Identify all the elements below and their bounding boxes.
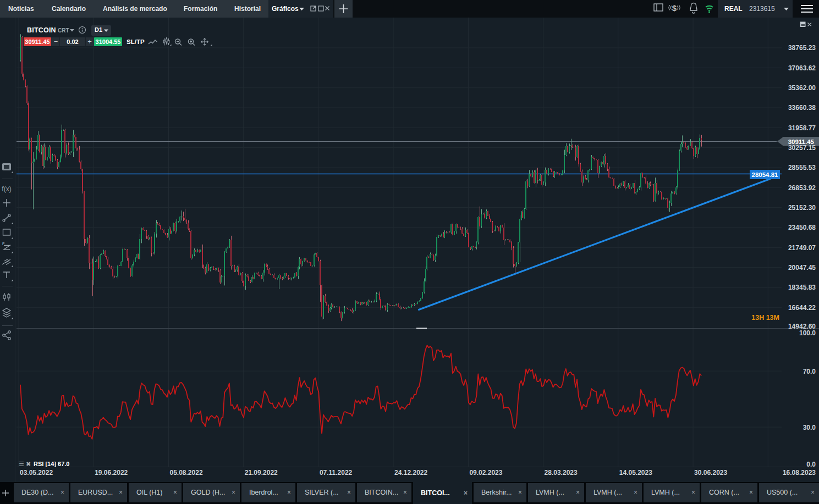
svg-text:16644.22: 16644.22 — [788, 304, 816, 312]
svg-text:14.05.2023: 14.05.2023 — [619, 469, 652, 477]
svg-text:21.09.2022: 21.09.2022 — [245, 469, 278, 477]
svg-text:19.06.2022: 19.06.2022 — [95, 469, 128, 477]
svg-text:f(x): f(x) — [2, 185, 11, 193]
svg-text:30.06.2023: 30.06.2023 — [694, 469, 727, 477]
svg-text:28.03.2023: 28.03.2023 — [545, 469, 578, 477]
svg-text:16.08.2023: 16.08.2023 — [783, 469, 816, 477]
svg-text:24.12.2022: 24.12.2022 — [394, 469, 427, 477]
svg-text:☰ ✖ RSI [14] 67.0: ☰ ✖ RSI [14] 67.0 — [19, 461, 69, 467]
svg-text:07.11.2022: 07.11.2022 — [320, 469, 353, 477]
svg-text:18345.83: 18345.83 — [788, 284, 816, 291]
svg-text:0.0: 0.0 — [806, 461, 816, 468]
svg-text:05.08.2022: 05.08.2022 — [170, 469, 203, 477]
svg-text:25152.30: 25152.30 — [788, 204, 816, 212]
svg-text:37063.62: 37063.62 — [788, 64, 816, 72]
svg-text:23450.68: 23450.68 — [788, 224, 816, 231]
svg-text:26853.92: 26853.92 — [788, 184, 816, 192]
svg-text:30257.15: 30257.15 — [788, 144, 816, 152]
svg-text:21749.07: 21749.07 — [788, 244, 816, 252]
svg-text:20047.45: 20047.45 — [788, 264, 816, 272]
svg-text:31958.77: 31958.77 — [788, 124, 816, 132]
svg-text:38765.23: 38765.23 — [788, 44, 816, 52]
svg-text:30.0: 30.0 — [803, 424, 816, 431]
svg-text:09.02.2023: 09.02.2023 — [469, 469, 502, 477]
svg-text:$: $ — [672, 3, 677, 13]
svg-text:28054.81: 28054.81 — [752, 171, 779, 178]
svg-text:28555.53: 28555.53 — [788, 164, 816, 171]
svg-text:03.05.2022: 03.05.2022 — [20, 469, 53, 477]
svg-text:70.0: 70.0 — [803, 368, 816, 375]
svg-text:13H 13M: 13H 13M — [751, 314, 779, 322]
svg-text:33660.38: 33660.38 — [788, 104, 816, 112]
svg-text:100.0: 100.0 — [799, 329, 816, 337]
svg-text:35362.00: 35362.00 — [788, 84, 816, 92]
svg-text:F: F — [2, 242, 5, 246]
